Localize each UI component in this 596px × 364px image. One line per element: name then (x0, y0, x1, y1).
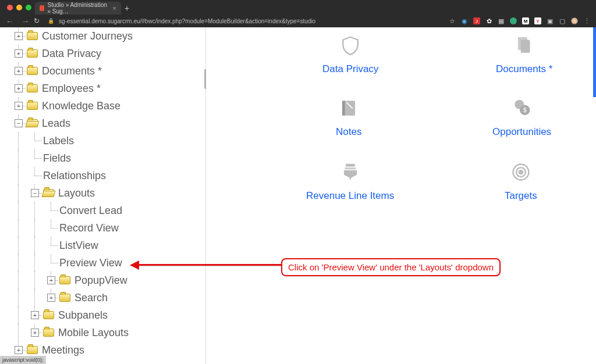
expand-icon[interactable]: + (31, 329, 39, 337)
module-tree: + Customer Journeys + Data Privacy + Doc… (10, 27, 205, 359)
module-card-documents[interactable]: Documents * (496, 33, 552, 75)
browser-tab[interactable]: Studio » Administration » Sug… × (35, 2, 121, 15)
nav-arrows: ← → (6, 17, 29, 26)
folder-open-icon (27, 119, 38, 127)
revenue-line-items-icon (338, 160, 363, 184)
new-tab-button[interactable]: + (125, 3, 129, 13)
forward-button[interactable]: → (22, 17, 29, 26)
svg-rect-7 (346, 164, 355, 167)
tree-item-preview-view[interactable]: Preview View (10, 254, 205, 272)
window-maximize-dot[interactable] (26, 5, 31, 10)
address-bar[interactable]: sg-essential.demo.sugarcrm.eu/#bwc/index… (59, 18, 444, 24)
ext-icon-1[interactable]: ◉ (461, 17, 468, 24)
notes-icon (336, 96, 361, 120)
folder-icon (27, 346, 38, 354)
tree-item-leads[interactable]: − Leads (10, 115, 205, 132)
expand-icon[interactable]: + (47, 294, 55, 302)
page-scrollbar[interactable] (593, 27, 596, 364)
folder-icon (43, 329, 54, 337)
collapse-icon[interactable]: − (15, 119, 23, 127)
targets-icon (509, 160, 533, 184)
tree-item-search[interactable]: + Search (10, 289, 205, 306)
browser-chrome: Studio » Administration » Sug… × + ← → ↻… (0, 0, 596, 27)
ext-icon-2[interactable]: J (473, 17, 480, 24)
tree-item-labels[interactable]: Labels (10, 132, 205, 149)
expand-icon[interactable]: + (15, 346, 23, 354)
status-bar: javascript:void(0); (0, 356, 46, 364)
tree-item-convert-lead[interactable]: Convert Lead (10, 202, 205, 219)
sidebar: + Customer Journeys + Data Privacy + Doc… (0, 27, 206, 364)
tree-item-record-view[interactable]: Record View (10, 219, 205, 237)
back-button[interactable]: ← (6, 17, 13, 26)
tree-item-popup-view[interactable]: + PopupView (10, 272, 205, 289)
module-card-opportunities[interactable]: $ Opportunities (492, 96, 551, 138)
extension-icons: ☆ ◉ J ✿ ▦ M Y ▣ ▢ ⋮ (449, 17, 590, 24)
data-privacy-icon (338, 33, 363, 58)
opportunities-icon: $ (510, 96, 534, 120)
folder-icon (43, 311, 54, 319)
menu-icon[interactable]: ⋮ (583, 17, 590, 24)
tree-item-employees[interactable]: + Employees * (10, 80, 205, 97)
collapse-icon[interactable]: − (31, 189, 39, 197)
window-close-dot[interactable] (7, 5, 13, 10)
folder-open-icon (43, 189, 54, 197)
folder-icon (59, 276, 70, 284)
documents-icon (512, 33, 537, 58)
module-card-data-privacy[interactable]: Data Privacy (322, 33, 378, 75)
window-minimize-dot[interactable] (16, 5, 22, 10)
ext-icon-8[interactable]: ▣ (547, 17, 554, 24)
expand-icon[interactable]: + (15, 102, 23, 110)
content-area: Data Privacy Documents * Notes (206, 27, 596, 364)
expand-icon[interactable]: + (15, 84, 23, 92)
module-card-notes[interactable]: Notes (336, 96, 361, 138)
tree-item-data-privacy[interactable]: + Data Privacy (10, 45, 205, 62)
folder-icon (59, 294, 70, 302)
window-controls (7, 5, 31, 10)
tree-item-mobile-layouts[interactable]: + Mobile Layouts (10, 324, 205, 341)
ext-icon-6[interactable]: M (522, 17, 529, 24)
annotation-arrow-line (135, 264, 281, 266)
folder-icon (27, 102, 38, 110)
tree-item-knowledge-base[interactable]: + Knowledge Base (10, 97, 205, 115)
app-frame: + Customer Journeys + Data Privacy + Doc… (0, 27, 596, 364)
browser-toolbar: ← → ↻ 🔒 sg-essential.demo.sugarcrm.eu/#b… (0, 15, 596, 27)
expand-icon[interactable]: + (15, 49, 23, 58)
module-card-revenue-line-items[interactable]: Revenue Line Items (306, 160, 394, 202)
svg-rect-1 (520, 40, 530, 53)
ext-icon-4[interactable]: ▦ (498, 17, 505, 24)
expand-icon[interactable]: + (15, 32, 23, 40)
tree-item-customer-journeys[interactable]: + Customer Journeys (10, 27, 205, 45)
expand-icon[interactable]: + (15, 67, 23, 75)
tree-item-list-view[interactable]: ListView (10, 237, 205, 254)
folder-icon (27, 67, 38, 75)
expand-icon[interactable]: + (31, 311, 39, 319)
svg-rect-3 (342, 101, 345, 115)
annotation-text: Click on 'Preview View' under the 'Layou… (288, 262, 494, 272)
expand-icon[interactable]: + (47, 276, 55, 284)
status-text: javascript:void(0); (2, 357, 44, 363)
star-icon[interactable]: ☆ (449, 17, 456, 24)
scrollbar-thumb[interactable] (593, 27, 596, 97)
svg-rect-8 (345, 167, 356, 169)
lock-icon: 🔒 (48, 18, 54, 24)
tree-item-relationships[interactable]: Relationships (10, 167, 205, 184)
annotation-callout: Click on 'Preview View' under the 'Layou… (281, 258, 501, 276)
ext-icon-9[interactable]: ▢ (559, 17, 566, 24)
tab-favicon (40, 5, 44, 11)
reload-button[interactable]: ↻ (34, 17, 40, 25)
ext-icon-7[interactable]: Y (534, 17, 541, 24)
tree-item-documents[interactable]: + Documents * (10, 62, 205, 80)
tree-item-subpanels[interactable]: + Subpanels (10, 306, 205, 324)
folder-icon (27, 49, 38, 58)
svg-text:$: $ (523, 107, 526, 113)
profile-avatar[interactable] (571, 17, 578, 24)
folder-icon (27, 84, 38, 92)
module-card-targets[interactable]: Targets (505, 160, 537, 202)
tree-item-layouts[interactable]: − Layouts (10, 184, 205, 202)
ext-icon-5[interactable] (510, 17, 517, 24)
ext-icon-3[interactable]: ✿ (485, 17, 492, 24)
svg-point-11 (519, 170, 523, 174)
tab-close-icon[interactable]: × (113, 5, 116, 12)
folder-icon (27, 32, 38, 40)
tree-item-fields[interactable]: Fields (10, 149, 205, 167)
